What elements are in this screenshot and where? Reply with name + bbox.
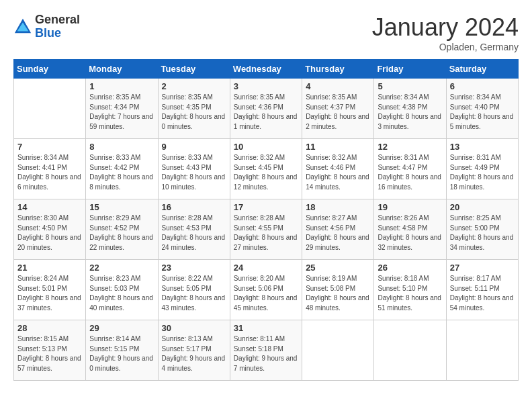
logo-general: General: [35, 13, 80, 27]
calendar-cell: [14, 79, 86, 139]
day-info: Sunrise: 8:27 AMSunset: 4:56 PMDaylight:…: [306, 214, 370, 253]
calendar-cell: 26Sunrise: 8:18 AMSunset: 5:10 PMDayligh…: [374, 260, 446, 320]
day-number: 29: [89, 323, 154, 333]
calendar-cell: 17Sunrise: 8:28 AMSunset: 4:55 PMDayligh…: [230, 199, 302, 260]
day-info: Sunrise: 8:33 AMSunset: 4:43 PMDaylight:…: [162, 153, 226, 192]
day-info: Sunrise: 8:35 AMSunset: 4:35 PMDaylight:…: [162, 93, 226, 132]
day-info: Sunrise: 8:31 AMSunset: 4:49 PMDaylight:…: [450, 153, 515, 192]
day-number: 31: [234, 323, 298, 333]
calendar-cell: 20Sunrise: 8:25 AMSunset: 5:00 PMDayligh…: [446, 199, 518, 260]
day-info: Sunrise: 8:26 AMSunset: 4:58 PMDaylight:…: [378, 214, 442, 253]
day-number: 26: [378, 263, 442, 273]
day-number: 10: [234, 142, 298, 152]
day-number: 13: [450, 142, 515, 152]
calendar-cell: [374, 320, 446, 381]
day-number: 25: [306, 263, 370, 273]
page-header: General Blue January 2024 Opladen, Germa…: [13, 13, 519, 52]
day-info: Sunrise: 8:17 AMSunset: 5:11 PMDaylight:…: [450, 274, 515, 313]
day-number: 23: [162, 263, 226, 273]
day-info: Sunrise: 8:23 AMSunset: 5:03 PMDaylight:…: [89, 274, 154, 313]
day-info: Sunrise: 8:14 AMSunset: 5:15 PMDaylight:…: [89, 334, 154, 373]
calendar-table: SundayMondayTuesdayWednesdayThursdayFrid…: [13, 59, 519, 381]
weekday-header: Sunday: [14, 60, 86, 79]
weekday-header: Thursday: [302, 60, 374, 79]
logo: General Blue: [13, 13, 80, 40]
day-number: 27: [450, 263, 515, 273]
weekday-header: Monday: [86, 60, 158, 79]
location: Opladen, Germany: [372, 42, 519, 52]
day-info: Sunrise: 8:18 AMSunset: 5:10 PMDaylight:…: [378, 274, 442, 313]
day-info: Sunrise: 8:34 AMSunset: 4:40 PMDaylight:…: [450, 93, 515, 132]
day-number: 1: [89, 81, 154, 91]
day-info: Sunrise: 8:32 AMSunset: 4:46 PMDaylight:…: [306, 153, 370, 192]
calendar-week-row: 7Sunrise: 8:34 AMSunset: 4:41 PMDaylight…: [14, 139, 519, 199]
day-info: Sunrise: 8:30 AMSunset: 4:50 PMDaylight:…: [17, 214, 82, 253]
weekday-header: Wednesday: [230, 60, 302, 79]
day-info: Sunrise: 8:35 AMSunset: 4:34 PMDaylight:…: [89, 93, 154, 132]
calendar-cell: 3Sunrise: 8:35 AMSunset: 4:36 PMDaylight…: [230, 79, 302, 139]
day-info: Sunrise: 8:35 AMSunset: 4:37 PMDaylight:…: [306, 93, 370, 132]
calendar-week-row: 14Sunrise: 8:30 AMSunset: 4:50 PMDayligh…: [14, 199, 519, 260]
calendar-cell: 2Sunrise: 8:35 AMSunset: 4:35 PMDaylight…: [158, 79, 230, 139]
weekday-header: Saturday: [446, 60, 518, 79]
day-info: Sunrise: 8:20 AMSunset: 5:06 PMDaylight:…: [234, 274, 298, 313]
day-number: 22: [89, 263, 154, 273]
day-number: 9: [162, 142, 226, 152]
calendar-cell: 12Sunrise: 8:31 AMSunset: 4:47 PMDayligh…: [374, 139, 446, 199]
day-number: 6: [450, 81, 515, 91]
calendar-week-row: 21Sunrise: 8:24 AMSunset: 5:01 PMDayligh…: [14, 260, 519, 320]
title-block: January 2024 Opladen, Germany: [372, 13, 519, 52]
calendar-week-row: 1Sunrise: 8:35 AMSunset: 4:34 PMDaylight…: [14, 79, 519, 139]
calendar-cell: 13Sunrise: 8:31 AMSunset: 4:49 PMDayligh…: [446, 139, 518, 199]
calendar-cell: 22Sunrise: 8:23 AMSunset: 5:03 PMDayligh…: [86, 260, 158, 320]
day-number: 4: [306, 81, 370, 91]
calendar-cell: 11Sunrise: 8:32 AMSunset: 4:46 PMDayligh…: [302, 139, 374, 199]
calendar-cell: [446, 320, 518, 381]
day-info: Sunrise: 8:19 AMSunset: 5:08 PMDaylight:…: [306, 274, 370, 313]
day-info: Sunrise: 8:22 AMSunset: 5:05 PMDaylight:…: [162, 274, 226, 313]
calendar-cell: 29Sunrise: 8:14 AMSunset: 5:15 PMDayligh…: [86, 320, 158, 381]
logo-icon: [13, 17, 32, 36]
day-info: Sunrise: 8:11 AMSunset: 5:18 PMDaylight:…: [234, 334, 298, 373]
day-number: 24: [234, 263, 298, 273]
day-number: 17: [234, 202, 298, 212]
logo-blue: Blue: [35, 27, 80, 40]
day-info: Sunrise: 8:28 AMSunset: 4:53 PMDaylight:…: [162, 214, 226, 253]
calendar-cell: 30Sunrise: 8:13 AMSunset: 5:17 PMDayligh…: [158, 320, 230, 381]
calendar-cell: 31Sunrise: 8:11 AMSunset: 5:18 PMDayligh…: [230, 320, 302, 381]
calendar-cell: 1Sunrise: 8:35 AMSunset: 4:34 PMDaylight…: [86, 79, 158, 139]
day-number: 11: [306, 142, 370, 152]
day-info: Sunrise: 8:15 AMSunset: 5:13 PMDaylight:…: [17, 334, 82, 373]
calendar-cell: 23Sunrise: 8:22 AMSunset: 5:05 PMDayligh…: [158, 260, 230, 320]
day-number: 19: [378, 202, 442, 212]
calendar-cell: 18Sunrise: 8:27 AMSunset: 4:56 PMDayligh…: [302, 199, 374, 260]
calendar-cell: 6Sunrise: 8:34 AMSunset: 4:40 PMDaylight…: [446, 79, 518, 139]
day-info: Sunrise: 8:29 AMSunset: 4:52 PMDaylight:…: [89, 214, 154, 253]
calendar-cell: 5Sunrise: 8:34 AMSunset: 4:38 PMDaylight…: [374, 79, 446, 139]
day-number: 28: [17, 323, 82, 333]
day-number: 7: [17, 142, 82, 152]
day-info: Sunrise: 8:33 AMSunset: 4:42 PMDaylight:…: [89, 153, 154, 192]
day-info: Sunrise: 8:28 AMSunset: 4:55 PMDaylight:…: [234, 214, 298, 253]
calendar-cell: 19Sunrise: 8:26 AMSunset: 4:58 PMDayligh…: [374, 199, 446, 260]
weekday-header: Tuesday: [158, 60, 230, 79]
calendar-week-row: 28Sunrise: 8:15 AMSunset: 5:13 PMDayligh…: [14, 320, 519, 381]
day-number: 16: [162, 202, 226, 212]
day-number: 20: [450, 202, 515, 212]
day-info: Sunrise: 8:31 AMSunset: 4:47 PMDaylight:…: [378, 153, 442, 192]
day-number: 8: [89, 142, 154, 152]
weekday-header: Friday: [374, 60, 446, 79]
calendar-cell: 14Sunrise: 8:30 AMSunset: 4:50 PMDayligh…: [14, 199, 86, 260]
day-number: 5: [378, 81, 442, 91]
day-info: Sunrise: 8:34 AMSunset: 4:38 PMDaylight:…: [378, 93, 442, 132]
day-info: Sunrise: 8:25 AMSunset: 5:00 PMDaylight:…: [450, 214, 515, 253]
weekday-header-row: SundayMondayTuesdayWednesdayThursdayFrid…: [14, 60, 519, 79]
calendar-cell: 9Sunrise: 8:33 AMSunset: 4:43 PMDaylight…: [158, 139, 230, 199]
day-info: Sunrise: 8:34 AMSunset: 4:41 PMDaylight:…: [17, 153, 82, 192]
calendar-cell: 15Sunrise: 8:29 AMSunset: 4:52 PMDayligh…: [86, 199, 158, 260]
day-number: 15: [89, 202, 154, 212]
day-info: Sunrise: 8:13 AMSunset: 5:17 PMDaylight:…: [162, 334, 226, 373]
calendar-cell: 10Sunrise: 8:32 AMSunset: 4:45 PMDayligh…: [230, 139, 302, 199]
day-number: 2: [162, 81, 226, 91]
calendar-cell: 24Sunrise: 8:20 AMSunset: 5:06 PMDayligh…: [230, 260, 302, 320]
